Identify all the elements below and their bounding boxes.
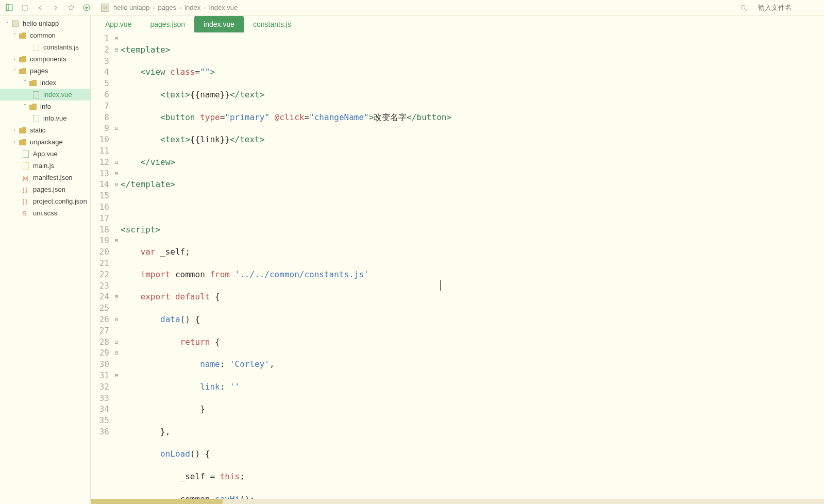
tree-file-project-config[interactable]: [ ] project.config.json bbox=[0, 195, 90, 207]
svg-rect-6 bbox=[33, 44, 39, 51]
folder-icon bbox=[19, 67, 27, 75]
folder-icon bbox=[19, 138, 27, 146]
json-file-icon: [o] bbox=[22, 174, 30, 182]
tree-folder-index[interactable]: ˅ index bbox=[0, 77, 90, 89]
breadcrumb-sep: › bbox=[204, 4, 206, 11]
svg-rect-7 bbox=[33, 91, 39, 98]
tree-label: App.vue bbox=[33, 150, 58, 158]
save-icon[interactable] bbox=[20, 3, 30, 13]
run-icon[interactable] bbox=[81, 3, 92, 13]
tree-label: hello uniapp bbox=[23, 20, 59, 27]
tree-label: info bbox=[40, 103, 51, 110]
forward-icon[interactable] bbox=[51, 3, 61, 13]
menu-icon[interactable] bbox=[4, 3, 14, 13]
tree-folder-unpackage[interactable]: › unpackage bbox=[0, 136, 90, 148]
tree-label: index.vue bbox=[43, 91, 72, 98]
svg-line-4 bbox=[745, 9, 747, 11]
file-explorer[interactable]: ˅ hello uniapp ˅ common constants.js › c… bbox=[0, 15, 91, 504]
vue-file-icon bbox=[32, 114, 40, 123]
svg-text:[ ]: [ ] bbox=[23, 187, 27, 193]
tab-pages-json[interactable]: pages.json bbox=[141, 16, 194, 32]
search-area bbox=[738, 3, 820, 13]
tree-file-constants[interactable]: constants.js bbox=[0, 41, 90, 53]
back-icon[interactable] bbox=[35, 3, 45, 13]
tree-label: uni.scss bbox=[33, 209, 57, 217]
expand-icon[interactable]: › bbox=[11, 127, 18, 133]
json-file-icon: [ ] bbox=[22, 186, 30, 194]
collapse-icon[interactable]: ˅ bbox=[22, 80, 28, 86]
search-input[interactable] bbox=[758, 4, 820, 11]
tree-folder-components[interactable]: › components bbox=[0, 53, 90, 65]
folder-icon bbox=[19, 55, 27, 63]
vue-file-icon bbox=[32, 91, 40, 99]
tree-folder-info[interactable]: ˅ info bbox=[0, 100, 90, 112]
star-icon[interactable] bbox=[66, 3, 76, 13]
js-file-icon bbox=[22, 162, 30, 170]
tab-app-vue[interactable]: App.vue bbox=[96, 16, 141, 32]
svg-rect-10 bbox=[23, 162, 29, 170]
svg-point-3 bbox=[741, 5, 745, 9]
horizontal-scrollbar[interactable] bbox=[91, 499, 824, 504]
collapse-icon[interactable]: ˅ bbox=[11, 68, 18, 74]
tree-label: index bbox=[40, 79, 56, 87]
text-cursor bbox=[440, 280, 441, 291]
folder-icon bbox=[29, 103, 37, 111]
expand-icon[interactable]: › bbox=[11, 139, 18, 145]
breadcrumb: U hello uniapp › pages › index › index.v… bbox=[101, 4, 238, 12]
tree-label: common bbox=[30, 31, 56, 39]
breadcrumb-path1[interactable]: pages bbox=[158, 4, 176, 11]
code-content[interactable]: <template> <view class=""> <text>{{name}… bbox=[121, 33, 824, 504]
tree-file-info-vue[interactable]: info.vue bbox=[0, 112, 90, 124]
search-icon[interactable] bbox=[738, 3, 749, 13]
tree-file-manifest[interactable]: [o] manifest.json bbox=[0, 172, 90, 183]
fold-gutter[interactable]: ⊟⊟⊟⊟⊟⊟⊟⊟⊟⊟⊟⊟ bbox=[112, 33, 121, 504]
tree-label: pages bbox=[30, 67, 48, 75]
editor-area: App.vue pages.json index.vue constants.j… bbox=[91, 15, 824, 504]
line-number-gutter: 1234567891011121314151617181920212223242… bbox=[91, 33, 112, 504]
tree-label: components bbox=[30, 55, 66, 63]
expand-icon[interactable]: › bbox=[11, 56, 18, 62]
tab-constants-js[interactable]: constants.js bbox=[244, 16, 300, 32]
tree-label: project.config.json bbox=[33, 197, 87, 205]
code-editor[interactable]: 1234567891011121314151617181920212223242… bbox=[91, 33, 824, 504]
toolbar: U hello uniapp › pages › index › index.v… bbox=[0, 0, 824, 15]
tab-index-vue[interactable]: index.vue bbox=[194, 16, 244, 32]
folder-icon bbox=[19, 126, 27, 135]
svg-rect-1 bbox=[6, 5, 8, 11]
tree-file-pages-json[interactable]: [ ] pages.json bbox=[0, 183, 90, 195]
editor-tabs: App.vue pages.json index.vue constants.j… bbox=[91, 15, 824, 33]
tree-file-uni-scss[interactable]: S uni.scss bbox=[0, 207, 90, 219]
tree-file-index-vue[interactable]: index.vue bbox=[0, 89, 90, 100]
svg-rect-5 bbox=[12, 21, 19, 27]
tree-file-main-js[interactable]: main.js bbox=[0, 160, 90, 172]
tree-folder-static[interactable]: › static bbox=[0, 124, 90, 136]
svg-rect-9 bbox=[23, 150, 29, 158]
tree-folder-pages[interactable]: ˅ pages bbox=[0, 65, 90, 77]
collapse-icon[interactable]: ˅ bbox=[4, 21, 10, 26]
tree-label: info.vue bbox=[43, 114, 67, 122]
tree-label: unpackage bbox=[30, 138, 63, 146]
app-folder-icon bbox=[11, 20, 20, 28]
breadcrumb-sep: › bbox=[179, 4, 181, 11]
tree-label: pages.json bbox=[33, 186, 65, 193]
tree-label: manifest.json bbox=[33, 174, 73, 181]
breadcrumb-path2[interactable]: index bbox=[184, 4, 200, 11]
js-file-icon bbox=[32, 43, 40, 52]
tree-root[interactable]: ˅ hello uniapp bbox=[0, 18, 90, 29]
svg-text:[ ]: [ ] bbox=[23, 199, 27, 205]
svg-rect-8 bbox=[33, 115, 39, 122]
breadcrumb-file[interactable]: index.vue bbox=[209, 4, 238, 11]
collapse-icon[interactable]: ˅ bbox=[22, 104, 28, 109]
breadcrumb-sep: › bbox=[153, 4, 155, 11]
svg-text:[o]: [o] bbox=[23, 175, 28, 181]
tree-label: main.js bbox=[33, 162, 54, 170]
scss-file-icon: S bbox=[22, 209, 30, 217]
vue-file-icon bbox=[22, 150, 30, 158]
breadcrumb-root[interactable]: hello uniapp bbox=[113, 4, 149, 11]
folder-icon bbox=[29, 79, 37, 87]
svg-text:S: S bbox=[23, 210, 26, 216]
tree-folder-common[interactable]: ˅ common bbox=[0, 29, 90, 41]
tree-file-app-vue[interactable]: App.vue bbox=[0, 148, 90, 160]
collapse-icon[interactable]: ˅ bbox=[11, 32, 18, 38]
scrollbar-thumb[interactable] bbox=[91, 499, 223, 504]
